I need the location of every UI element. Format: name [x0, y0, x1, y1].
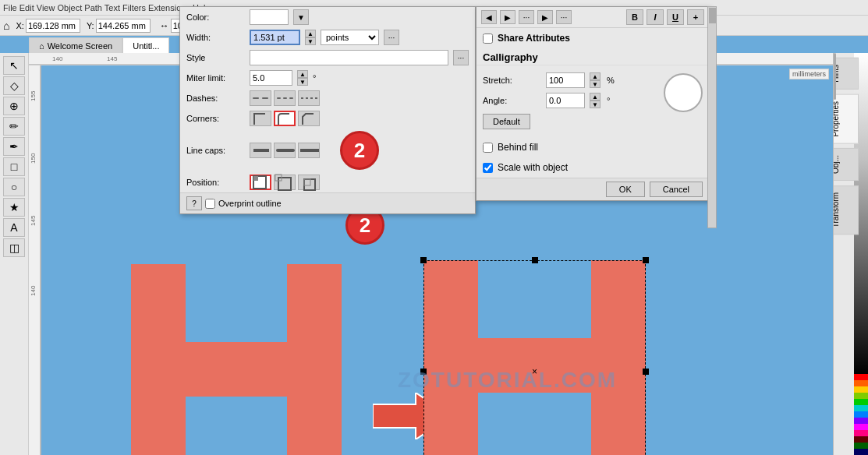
pal-orange[interactable]	[854, 380, 868, 386]
x-label: X:	[16, 21, 23, 30]
pal-purple[interactable]	[854, 418, 868, 424]
svg-text:150: 150	[30, 153, 37, 164]
angle-spin-up[interactable]: ▲	[590, 93, 601, 101]
ok-btn[interactable]: OK	[606, 182, 645, 197]
scroll-indicator[interactable]	[834, 53, 836, 100]
calli-scrollbar[interactable]	[707, 6, 717, 228]
scroll-thumb[interactable]	[709, 8, 717, 23]
miter-input[interactable]	[250, 70, 292, 86]
width-input[interactable]	[250, 30, 300, 45]
step-circle-2: 2	[340, 131, 379, 170]
pal-dark-red[interactable]	[854, 436, 868, 443]
zoom-tool[interactable]: ⊕	[3, 97, 25, 115]
width-spinner[interactable]: ▲ ▼	[305, 30, 316, 45]
panel-tab-transform[interactable]: Transform	[833, 185, 859, 235]
scale-with-checkbox[interactable]	[483, 163, 493, 173]
pencil-tool[interactable]: ✒	[3, 137, 25, 156]
stretch-spin-up[interactable]: ▲	[590, 72, 601, 80]
panel-tab-properties[interactable]: Properties	[833, 94, 859, 144]
format-plus[interactable]: +	[687, 9, 704, 25]
corner-bevel[interactable]	[298, 111, 320, 126]
default-btn[interactable]: Default	[483, 114, 530, 129]
select-tool[interactable]: ↖	[3, 56, 25, 75]
pal-yellow[interactable]	[854, 386, 868, 393]
miter-spinner[interactable]: ▲ ▼	[297, 70, 308, 86]
y-input[interactable]	[96, 19, 151, 33]
behind-fill-checkbox[interactable]	[483, 143, 493, 153]
pal-yellow-green[interactable]	[854, 393, 868, 399]
width-unit-select[interactable]: points mm px	[321, 30, 379, 45]
star-tool[interactable]: ★	[3, 198, 25, 217]
cap-round[interactable]	[274, 143, 296, 158]
draw-tool[interactable]: ✏	[3, 117, 25, 136]
width-spin-up[interactable]: ▲	[305, 30, 316, 37]
corner-round[interactable]	[274, 111, 296, 126]
style-preview[interactable]	[250, 50, 448, 65]
nav-forward[interactable]: ▶	[500, 10, 515, 24]
angle-spinner[interactable]: ▲ ▼	[590, 93, 601, 108]
angle-input[interactable]	[546, 93, 585, 108]
panel-tab-hints[interactable]: Hints	[833, 58, 859, 90]
dash-style-1[interactable]	[250, 90, 271, 106]
pal-red[interactable]	[854, 374, 868, 380]
format-bold[interactable]: B	[626, 9, 643, 25]
calli-preview	[664, 73, 703, 112]
angle-spin-down[interactable]: ▼	[590, 101, 601, 108]
width-more[interactable]: ···	[384, 30, 399, 45]
width-spin-down[interactable]: ▼	[305, 37, 316, 45]
nav-right-arrow[interactable]: ▶	[537, 10, 553, 24]
miter-spin-up[interactable]: ▲	[297, 70, 308, 78]
style-more[interactable]: ···	[453, 50, 469, 65]
rect-tool[interactable]: □	[3, 157, 25, 176]
pal-green[interactable]	[854, 399, 868, 405]
svg-rect-22	[253, 176, 258, 181]
stretch-input[interactable]	[546, 72, 585, 88]
panel-tab-obj[interactable]: Obj...	[833, 148, 859, 181]
angle-label: Angle:	[483, 96, 541, 105]
x-input[interactable]	[26, 19, 80, 33]
tab-untitled[interactable]: Untitl...	[122, 37, 169, 53]
pal-dark-blue[interactable]	[854, 449, 868, 455]
svg-text:140: 140	[52, 55, 63, 62]
svg-rect-23	[278, 178, 291, 190]
text-tool[interactable]: A	[3, 218, 25, 237]
pos-outside[interactable]	[298, 175, 320, 190]
nav-dots[interactable]: ···	[519, 10, 534, 24]
node-tool[interactable]: ◇	[3, 76, 25, 95]
pal-cyan[interactable]	[854, 405, 868, 411]
color-dropdown[interactable]: ▼	[293, 9, 309, 25]
cap-butt[interactable]	[250, 143, 271, 158]
pos-center[interactable]	[274, 175, 296, 190]
cancel-btn[interactable]: Cancel	[650, 182, 703, 197]
stretch-spin-down[interactable]: ▼	[590, 80, 601, 88]
share-attrs-checkbox[interactable]	[483, 34, 493, 44]
stretch-row: Stretch: ▲ ▼ %	[483, 70, 657, 90]
miter-spin-down[interactable]: ▼	[297, 78, 308, 86]
cap-square[interactable]	[298, 143, 320, 158]
overprint-checkbox[interactable]	[205, 199, 215, 209]
pos-inside[interactable]	[250, 175, 271, 190]
nav-back[interactable]: ◀	[481, 10, 497, 24]
panel-tabs: Hints Properties Obj... Transform	[834, 56, 854, 236]
corner-miter[interactable]	[250, 111, 271, 126]
dash-style-2[interactable]	[274, 90, 296, 106]
pal-magenta[interactable]	[854, 424, 868, 430]
format-underline[interactable]: U	[667, 9, 684, 25]
tab-welcome[interactable]: ⌂ Welcome Screen	[29, 37, 122, 53]
pal-blue[interactable]	[854, 411, 868, 418]
format-italic[interactable]: I	[647, 9, 664, 25]
home-icon: ⌂	[3, 19, 9, 32]
stretch-spinner[interactable]: ▲ ▼	[590, 72, 601, 88]
nav-dots2[interactable]: ···	[556, 10, 572, 24]
question-btn[interactable]: ?	[186, 196, 202, 210]
svg-rect-11	[277, 97, 281, 99]
dash-style-3[interactable]	[298, 90, 320, 106]
color-picker[interactable]	[250, 9, 289, 25]
gradient-tool[interactable]: ◫	[3, 238, 25, 257]
svg-text:155: 155	[30, 90, 37, 101]
w-icon: ↔	[160, 20, 169, 31]
style-row: Style ···	[180, 48, 475, 68]
pal-dark-green[interactable]	[854, 443, 868, 449]
circle-tool[interactable]: ○	[3, 178, 25, 196]
pal-pink[interactable]	[854, 430, 868, 436]
